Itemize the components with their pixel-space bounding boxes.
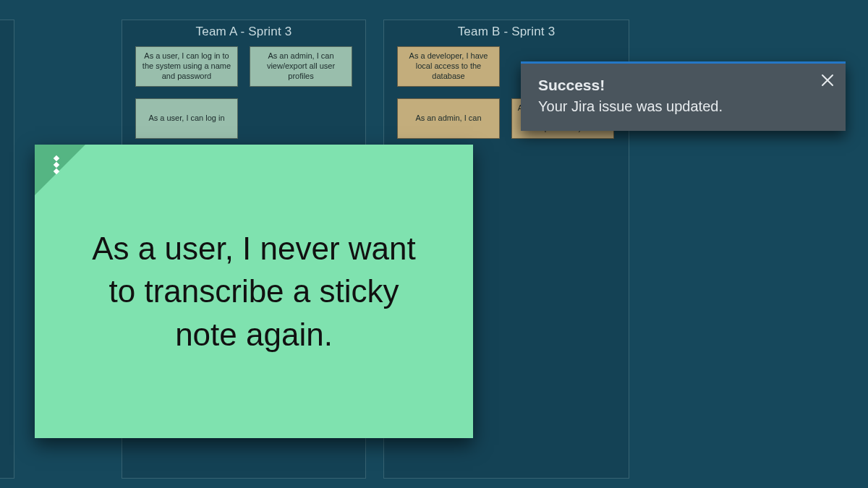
story-card[interactable]: As an admin, I can view/export all user …	[250, 46, 352, 87]
story-card[interactable]: As a developer, I have local access to t…	[397, 46, 500, 87]
focused-sticky-note[interactable]: As a user, I never want to transcribe a …	[35, 145, 473, 438]
toast-message: Your Jira issue was updated.	[538, 98, 805, 115]
success-toast: Success! Your Jira issue was updated.	[521, 61, 846, 131]
story-card[interactable]: As a user, I can log in to the system us…	[135, 46, 238, 87]
focused-sticky-text: As a user, I never want to transcribe a …	[75, 227, 433, 356]
dogear-fold	[35, 145, 85, 195]
column-title: Team B - Sprint 3	[384, 20, 629, 46]
sprint-column-prev[interactable]	[0, 20, 14, 479]
toast-title: Success!	[538, 77, 805, 94]
story-card[interactable]: As a user, I can log in	[135, 98, 238, 139]
close-icon[interactable]	[820, 72, 835, 88]
story-card[interactable]: As an admin, I can	[397, 98, 500, 139]
column-title: Team A - Sprint 3	[122, 20, 365, 46]
